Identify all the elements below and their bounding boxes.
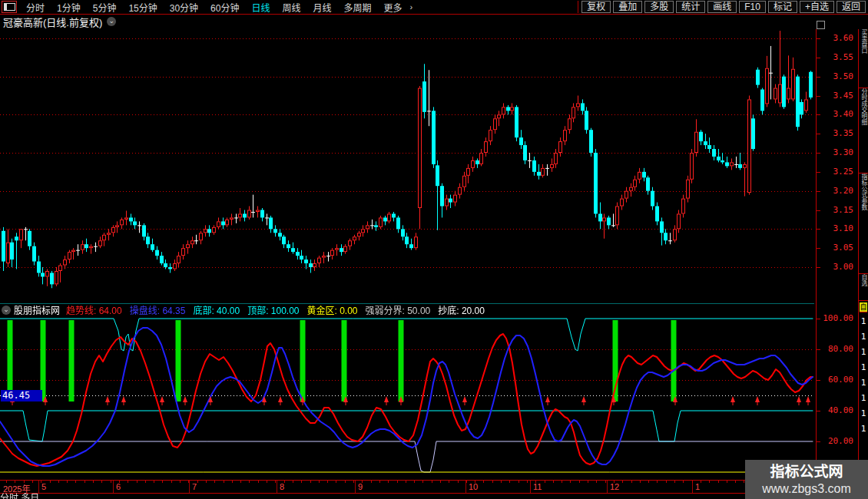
axis-tick — [817, 267, 820, 268]
price-tick-label: 3.60 — [833, 33, 854, 43]
week-tick — [353, 481, 354, 483]
tab-more[interactable]: 更多 — [378, 1, 409, 14]
week-tick — [6, 481, 7, 483]
week-tick — [101, 481, 102, 483]
strip-digit: 1 — [859, 329, 868, 345]
week-tick — [449, 481, 449, 483]
week-tick — [67, 481, 68, 483]
week-tick — [379, 481, 380, 483]
strip-digit: 1 — [859, 391, 868, 406]
week-tick — [440, 481, 441, 483]
week-tick — [727, 481, 727, 483]
strip-tab[interactable]: 指标公式参数 — [859, 173, 868, 274]
week-tick — [640, 481, 641, 483]
btn-stats[interactable]: 统计 — [676, 1, 705, 13]
week-tick — [240, 481, 241, 483]
axis-tick — [817, 210, 820, 211]
strip-digit: 1 — [859, 375, 868, 391]
strip-tab[interactable]: 买卖盘口 — [859, 29, 868, 88]
week-tick — [735, 481, 736, 483]
btn-mark[interactable]: 标记 — [768, 1, 797, 13]
week-tick — [293, 481, 293, 483]
btn-adjust[interactable]: 复权 — [581, 1, 611, 13]
indicator-name[interactable]: 股朋指标网 — [14, 304, 60, 316]
week-tick — [371, 481, 372, 483]
week-tick — [284, 481, 285, 483]
week-tick — [674, 481, 675, 483]
week-tick — [458, 481, 459, 483]
top-toolbar: 分时1分钟5分钟15分钟30分钟60分钟日线周线月线多周期更多 › 复权叠加多股… — [0, 0, 868, 15]
strip-tab[interactable]: 分时成交明细 — [859, 88, 868, 173]
btn-drawline[interactable]: 画线 — [707, 1, 737, 13]
month-label: 9 — [358, 482, 363, 491]
tab-monthly[interactable]: 月线 — [307, 1, 338, 14]
week-tick — [545, 481, 545, 483]
tab-realtime[interactable]: 分时 — [20, 1, 51, 14]
btn-multistock[interactable]: 多股 — [644, 1, 674, 13]
tab-1min[interactable]: 1分钟 — [51, 1, 87, 14]
week-tick — [701, 481, 701, 483]
strip-tab[interactable]: 自选 — [859, 274, 868, 301]
week-tick — [154, 481, 154, 483]
week-tick — [648, 481, 649, 483]
candlestick-and-indicator-chart[interactable] — [0, 29, 816, 492]
collapse-icon[interactable]: ⌄ — [2, 306, 11, 315]
btn-back[interactable]: 返回 — [837, 1, 866, 13]
week-tick — [197, 481, 198, 483]
btn-overlay[interactable]: 叠加 — [613, 1, 642, 13]
list-icon[interactable]: 自 — [860, 302, 867, 312]
month-label: 10 — [469, 482, 478, 491]
tab-5min[interactable]: 5分钟 — [87, 1, 123, 14]
status-text: 分时 多日 — [0, 493, 816, 499]
week-tick — [15, 481, 15, 483]
year-label: 2025年 — [3, 482, 30, 494]
week-tick — [622, 481, 623, 483]
price-tick-label: 3.15 — [833, 205, 854, 215]
watermark: 指标公式网 www.zbgs3.com — [745, 460, 868, 499]
week-tick — [432, 481, 432, 483]
week-tick — [84, 481, 85, 483]
tab-daily[interactable]: 日线 — [245, 1, 276, 14]
week-tick — [41, 481, 41, 483]
tab-15min[interactable]: 15分钟 — [122, 1, 163, 14]
month-label: 8 — [280, 482, 284, 491]
price-tick-label: 3.00 — [833, 262, 854, 272]
week-tick — [562, 481, 562, 483]
indicator-field: 趋势线: 64.00 — [66, 306, 122, 316]
week-tick — [570, 481, 571, 483]
indicator-field: 抄底: 20.00 — [438, 306, 485, 316]
axis-tick — [817, 349, 820, 350]
month-label: 11 — [533, 482, 542, 491]
price-tick-label: 3.30 — [833, 147, 854, 157]
week-tick — [267, 481, 267, 483]
week-tick — [137, 481, 137, 483]
week-tick — [492, 481, 493, 483]
week-tick — [119, 481, 120, 483]
axis-tick — [817, 96, 820, 97]
week-tick — [605, 481, 606, 483]
indicator-field: 顶部: 100.00 — [247, 306, 299, 316]
indicator-tick-label: 80.00 — [828, 344, 853, 354]
window-icon[interactable] — [817, 21, 825, 29]
indicator-header: ⌄ 股朋指标网 趋势线: 64.00操盘线: 64.35底部: 40.00顶部:… — [0, 304, 814, 316]
chevron-down-icon[interactable]: ⌄ — [107, 17, 116, 26]
week-tick — [518, 481, 519, 483]
week-tick — [171, 481, 172, 483]
btn-f10[interactable]: F10 — [739, 1, 766, 13]
tab-60min[interactable]: 60分钟 — [204, 1, 245, 14]
tab-weekly[interactable]: 周线 — [276, 1, 306, 14]
toolbar-divider — [578, 1, 578, 13]
tab-30min[interactable]: 30分钟 — [164, 1, 204, 14]
tab-multiperiod[interactable]: 多周期 — [338, 1, 378, 14]
btn-addwatch[interactable]: +自选 — [800, 1, 834, 13]
split-pane-icon[interactable] — [2, 1, 17, 13]
chevron-right-icon[interactable]: › — [409, 2, 415, 12]
right-side-strip: 买卖盘口分时成交明细指标公式参数自选 自 11111111 — [858, 29, 868, 499]
price-tick-label: 3.35 — [833, 128, 854, 138]
week-tick — [188, 481, 189, 483]
week-tick — [336, 481, 336, 483]
current-value-badge: 46.45 — [1, 390, 42, 402]
date-axis: 2025年 567891011121 — [0, 480, 816, 494]
strip-digit: 1 — [859, 314, 868, 329]
week-tick — [206, 481, 207, 483]
